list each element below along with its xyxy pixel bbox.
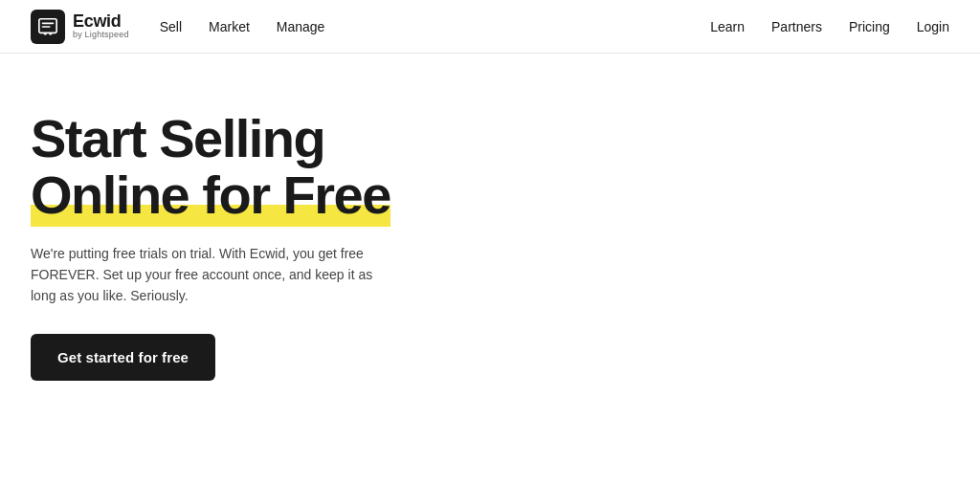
logo-main-text: Ecwid — [73, 12, 129, 32]
svg-rect-0 — [39, 18, 56, 33]
nav-link-partners[interactable]: Partners — [771, 19, 822, 34]
nav-link-pricing[interactable]: Pricing — [849, 19, 890, 34]
nav-left: Ecwid by Lightspeed Sell Market Manage — [31, 10, 324, 44]
navbar: Ecwid by Lightspeed Sell Market Manage L… — [0, 0, 980, 54]
svg-point-1 — [44, 32, 47, 34]
nav-links-right: Learn Partners Pricing Login — [710, 19, 949, 34]
svg-point-2 — [49, 32, 52, 34]
nav-link-market[interactable]: Market — [209, 19, 250, 34]
hero-title-line2: Online for Free — [31, 165, 390, 227]
logo-sub-text: by Lightspeed — [73, 31, 129, 40]
logo-text: Ecwid by Lightspeed — [73, 12, 129, 41]
cta-button[interactable]: Get started for free — [31, 334, 215, 381]
logo[interactable]: Ecwid by Lightspeed — [31, 10, 129, 44]
logo-icon — [31, 10, 65, 44]
nav-link-sell[interactable]: Sell — [160, 19, 182, 34]
nav-links-left: Sell Market Manage — [160, 19, 325, 34]
nav-link-login[interactable]: Login — [917, 19, 949, 34]
nav-link-manage[interactable]: Manage — [277, 19, 325, 34]
hero-section: Start Selling Online for Free We're putt… — [0, 54, 517, 381]
hero-title: Start Selling Online for Free — [31, 111, 486, 224]
hero-title-line1: Start Selling — [31, 108, 324, 168]
nav-link-learn[interactable]: Learn — [710, 19, 745, 34]
hero-description: We're putting free trials on trial. With… — [31, 243, 375, 307]
